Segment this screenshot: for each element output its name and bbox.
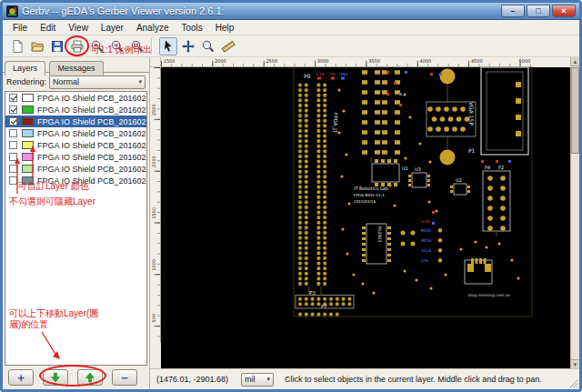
ruler-label: 4500 (471, 58, 483, 64)
layer-color-swatch[interactable] (22, 141, 34, 149)
pcb-label-p4: P4 (485, 165, 490, 170)
pcb-label-csl: CSL (421, 258, 429, 263)
layer-list: FPGA IO Shield PCB_20160225-... FPGA IO … (5, 91, 147, 366)
vertical-scrollbar[interactable]: ▲ ▼ (570, 57, 579, 368)
pointer-tool-button[interactable] (159, 37, 177, 55)
rendering-label: Rendering: (6, 77, 46, 86)
ruler-label: 3000 (317, 58, 329, 64)
resize-grip[interactable] (569, 379, 578, 388)
layer-label: FPGA IO Shield PCB_20160225-... (37, 129, 146, 138)
pointer-icon (161, 39, 176, 54)
pcb-rendering: P9 3.3V 5V GND FPGA_J1 P3 P7 U1 IT Robot… (161, 67, 570, 368)
menu-edit[interactable]: Edit (34, 22, 62, 34)
toolbar: 可1:1 比例印出 (3, 35, 579, 57)
layer-row[interactable]: FPGA IO Shield PCB_20160225-... (5, 151, 146, 163)
add-layer-button[interactable]: + (8, 369, 34, 386)
minimize-button[interactable]: – (501, 5, 525, 17)
rendering-value: Normal (53, 77, 135, 86)
layer-row[interactable]: FPGA IO Shield PCB_20160225-... (5, 92, 146, 104)
unit-select[interactable]: mil ▾ (241, 373, 274, 387)
layer-visibility-checkbox[interactable] (9, 129, 17, 137)
menu-view[interactable]: View (62, 22, 95, 34)
layer-label: FPGA IO Shield PCB_20160225-... (37, 153, 146, 162)
tab-layers[interactable]: Layers (5, 61, 45, 75)
pcb-label-3v3b: 3.3V (421, 219, 430, 224)
layer-visibility-checkbox[interactable] (9, 153, 17, 161)
measure-icon (221, 39, 236, 54)
pan-tool-button[interactable] (179, 37, 197, 55)
move-layer-down-button[interactable] (43, 369, 68, 386)
new-icon (10, 39, 25, 54)
maximize-button[interactable]: □ (527, 5, 550, 17)
layer-visibility-checkbox[interactable] (9, 94, 17, 102)
pcb-label-lab3: 2015/03/16 (354, 199, 376, 204)
new-button[interactable] (8, 37, 26, 55)
layer-color-swatch[interactable] (22, 153, 34, 161)
menu-help[interactable]: Help (209, 22, 241, 34)
titlebar[interactable]: Gerbv -- gEDA's Gerber Viewer version 2.… (3, 3, 579, 20)
pcb-canvas[interactable]: P9 3.3V 5V GND FPGA_J1 P3 P7 U1 IT Robot… (161, 67, 570, 368)
layer-label: FPGA IO Shield PCB_20160225-... (37, 94, 146, 103)
magnifier-icon (201, 39, 216, 54)
pcb-label-p1: P1 (468, 147, 476, 154)
ruler-label: 3500 (368, 58, 380, 64)
layer-color-swatch[interactable] (22, 165, 34, 173)
gerbv-window: Gerbv -- gEDA's Gerber Viewer version 2.… (0, 0, 582, 392)
layer-color-swatch[interactable] (22, 129, 34, 137)
layer-visibility-checkbox[interactable] (9, 141, 17, 149)
menu-tools[interactable]: Tools (175, 22, 208, 34)
layer-row[interactable]: FPGA IO Shield PCB_20160225-... (5, 116, 146, 127)
scroll-down-icon[interactable]: ▼ (571, 359, 579, 368)
rendering-select[interactable]: Normal ▾ (49, 75, 146, 89)
layer-color-swatch[interactable] (22, 94, 34, 102)
layer-color-swatch[interactable] (22, 106, 34, 114)
plus-icon: + (17, 372, 25, 384)
ruler-label: 500 (151, 314, 156, 323)
pcb-label-3v3: 3.3V (316, 72, 325, 76)
statusbar-hint: Click to select objects in the current l… (285, 375, 542, 384)
layer-row[interactable]: FPGA IO Shield PCB_20160225-... (5, 139, 146, 151)
pcb-label-mosi: MOSI (421, 238, 432, 243)
layer-row[interactable]: FPGA IO Shield PCB_20160225.g... (5, 163, 146, 175)
close-button[interactable]: × (552, 5, 576, 17)
board-outline (294, 67, 532, 317)
ruler-label: 2000 (215, 58, 226, 64)
ruler-label: 2500 (151, 104, 156, 116)
hide-annotation: 不勾選則可隱藏Layer (9, 196, 95, 208)
scroll-up-icon[interactable]: ▲ (571, 57, 579, 66)
menu-analyze[interactable]: Analyze (130, 22, 176, 34)
minus-icon: − (121, 372, 128, 384)
pcb-label-u1: U1 (402, 166, 408, 171)
scrollbar-thumb[interactable] (571, 67, 579, 154)
ruler-label: 2000 (151, 156, 156, 167)
pcb-label-p3: P3 (309, 290, 316, 296)
ruler-label: 1500 (151, 207, 156, 219)
vertical-ruler: 2500 2000 1500 1000 500 (150, 67, 161, 343)
layer-visibility-checkbox[interactable] (9, 117, 17, 126)
menu-file[interactable]: File (6, 22, 34, 34)
remove-layer-button[interactable]: − (112, 369, 137, 386)
menu-layer[interactable]: Layer (95, 22, 130, 34)
layer-color-swatch[interactable] (22, 117, 34, 126)
layer-label: FPGA IO Shield PCB_20160225-... (37, 141, 146, 150)
layer-visibility-checkbox[interactable] (9, 165, 17, 173)
pcb-label-u3: U3 (415, 166, 421, 172)
measure-tool-button[interactable] (219, 37, 237, 55)
zoom-tool-button[interactable] (199, 37, 217, 55)
down-arrow-icon (50, 372, 61, 383)
open-folder-icon (30, 39, 45, 54)
layer-visibility-checkbox[interactable] (9, 176, 17, 185)
pcb-label-lab1: IT Robotics Lab (354, 186, 388, 191)
pcb-label-p2: P2 (498, 165, 504, 170)
pcb-label-vga: VGA 15P (468, 102, 475, 126)
save-button[interactable] (48, 37, 66, 55)
open-button[interactable] (28, 37, 46, 55)
print-button[interactable] (68, 37, 86, 55)
layer-row[interactable]: FPGA IO Shield PCB_20160225-... (5, 127, 146, 139)
chevron-down-icon: ▾ (138, 78, 142, 85)
ruler-label: 1000 (151, 259, 156, 271)
layer-visibility-checkbox[interactable] (9, 106, 17, 114)
move-layer-up-button[interactable] (77, 369, 103, 386)
pcb-label-lab2: FPGA NIOS V1.4 (354, 193, 385, 197)
layer-row[interactable]: FPGA IO Shield PCB_20160225-... (5, 104, 146, 116)
